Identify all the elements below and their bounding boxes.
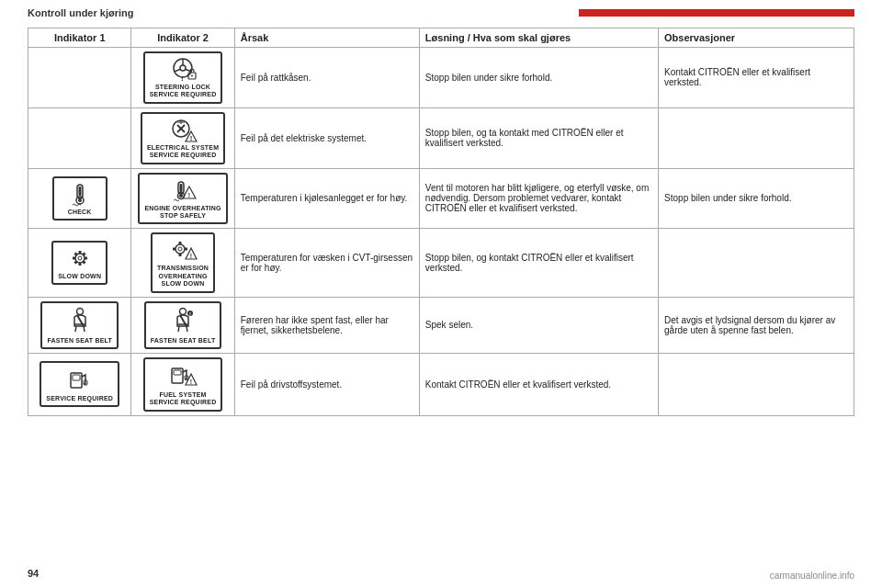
transmission-overheat-icon: ! TRANSMISSIONOVERHEATINGSLOW DOWN [137,232,228,292]
col-header-ind2: Indikator 2 [131,28,234,48]
cause-row2: Feil på det elektriske systemet. [234,107,419,168]
solution-row3: Vent til motoren har blitt kjøligere, og… [419,168,658,229]
svg-point-41 [76,308,83,314]
svg-rect-57 [174,370,181,375]
service-required-label: SERVICE REQUIRED [46,395,113,402]
svg-line-44 [75,326,76,332]
svg-rect-14 [78,187,81,196]
svg-point-46 [180,308,187,314]
ind2-cell-row1: ! STEERING LOCKSERVICE REQUIRED [131,48,234,108]
trans-overheat-svg: ! [168,237,198,263]
steering-lock-svg: ! [168,56,198,82]
svg-line-49 [178,326,179,332]
fuel-system-label: FUEL SYSTEMSERVICE REQUIRED [150,391,217,407]
engine-overheating-label: ENGINE OVERHEATINGSTOP SAFELY [144,205,220,220]
seatbelt2-svg: ! [168,306,198,335]
watermark-text: carmanualonline.info [770,571,854,581]
page-number: 94 [28,568,39,579]
svg-text:!: ! [189,311,191,316]
main-content: Indikator 1 Indikator 2 Årsak Løsning / … [0,22,882,425]
seatbelt1-svg [65,306,95,335]
svg-line-50 [187,326,187,332]
obs-row3: Stopp bilen under sikre forhold. [659,168,854,229]
cause-row5: Føreren har ikke spent fast, eller har f… [234,297,419,353]
col-header-solution: Løsning / Hva som skal gjøres [419,28,658,48]
fasten-seatbelt-2-icon: ! FASTEN SEAT BELT [137,301,228,349]
ind1-cell-row6: SERVICE REQUIRED [28,353,131,415]
svg-rect-36 [179,254,182,256]
svg-rect-28 [85,256,87,259]
svg-point-16 [78,198,82,202]
page-title: Kontroll under kjøring [28,7,579,18]
svg-rect-35 [179,242,182,244]
obs-row6 [659,353,854,415]
svg-rect-54 [73,375,80,380]
cause-row6: Feil på drivstoffsystemet. [234,353,419,415]
steering-lock-icon: ! STEERING LOCKSERVICE REQUIRED [137,51,228,104]
svg-point-1 [180,65,186,71]
fuel-system-svg: ! [168,362,198,390]
svg-text:!: ! [188,191,190,198]
table-row: SERVICE REQUIRED [28,353,854,415]
solution-row6: Kontakt CITROËN eller et kvalifisert ver… [419,353,658,415]
obs-row1: Kontakt CITROËN eller et kvalifisert ver… [659,48,854,108]
indicator-table: Indikator 1 Indikator 2 Årsak Løsning / … [28,28,854,416]
cause-row3: Temperaturen i kjølesanlegget er for høy… [234,168,419,229]
col-header-cause: Årsak [234,28,419,48]
svg-text:!: ! [181,74,184,82]
table-row: FASTEN SEAT BELT [28,297,854,353]
fuel-system-icon: ! FUEL SYSTEMSERVICE REQUIRED [137,357,228,412]
check-svg [65,181,95,207]
cause-row1: Feil på rattkåsen. [234,48,419,108]
transmission-label: TRANSMISSIONOVERHEATINGSLOW DOWN [157,265,209,288]
svg-text:!: ! [190,133,193,141]
steering-lock-label: STEERING LOCKSERVICE REQUIRED [150,84,217,99]
obs-row4 [659,229,854,297]
col-header-ind1: Indikator 1 [28,28,131,48]
ind1-cell-row4: SLOW DOWN [28,229,131,297]
ind2-cell-row6: ! FUEL SYSTEMSERVICE REQUIRED [131,353,234,415]
check-label: CHECK [68,209,92,216]
service-required-icon: SERVICE REQUIRED [34,361,125,407]
slow-down-svg [65,245,95,271]
obs-row2 [659,107,854,168]
electrical-system-label: ELECTRICAL SYSTEMSERVICE REQUIRED [147,144,219,160]
red-accent-bar [579,9,854,17]
svg-rect-26 [78,263,81,266]
svg-rect-25 [78,251,81,254]
electrical-svg: ! [168,117,198,142]
engine-overheat-svg: ! [168,177,198,203]
svg-rect-18 [180,184,183,192]
ind2-cell-row3: ! ENGINE OVERHEATINGSTOP SAFELY [131,168,234,229]
svg-point-34 [178,247,182,251]
electrical-system-icon: ! ELECTRICAL SYSTEMSERVICE REQUIRED [137,112,228,164]
svg-line-45 [84,326,85,332]
ind1-cell-row2 [28,107,131,168]
fasten-seatbelt-1-label: FASTEN SEAT BELT [47,337,112,345]
table-row: ! ELECTRICAL SYSTEMSERVICE REQUIRED Feil… [28,107,854,168]
solution-row2: Stopp bilen, og ta kontakt med CITROËN e… [419,107,658,168]
table-row: CHECK [28,168,854,229]
solution-row4: Stopp bilen, og kontakt CITROËN eller et… [419,229,658,297]
table-row: SLOW DOWN [28,229,854,297]
obs-row5: Det avgis et lydsignal dersom du kjører … [659,297,854,353]
svg-text:!: ! [190,253,192,259]
svg-point-6 [191,75,193,77]
svg-point-24 [78,256,82,260]
col-header-obs: Observasjoner [659,28,854,48]
engine-overheating-icon: ! ENGINE OVERHEATINGSTOP SAFELY [137,173,228,225]
check-icon: CHECK [34,176,125,220]
svg-text:!: ! [190,378,192,384]
ind1-cell-row1 [28,48,131,108]
ind1-cell-row5: FASTEN SEAT BELT [28,297,131,353]
svg-rect-37 [173,248,175,251]
svg-point-20 [179,194,183,198]
ind1-cell-row3: CHECK [28,168,131,229]
cause-row4: Temperaturen for væsken i CVT-girsessen … [234,229,419,297]
fasten-seatbelt-2-label: FASTEN SEAT BELT [151,337,216,345]
slow-down-label: SLOW DOWN [58,273,101,280]
slow-down-icon: SLOW DOWN [34,241,125,285]
fasten-seatbelt-1-icon: FASTEN SEAT BELT [34,301,125,349]
svg-rect-38 [185,248,187,251]
svg-rect-27 [73,256,75,259]
